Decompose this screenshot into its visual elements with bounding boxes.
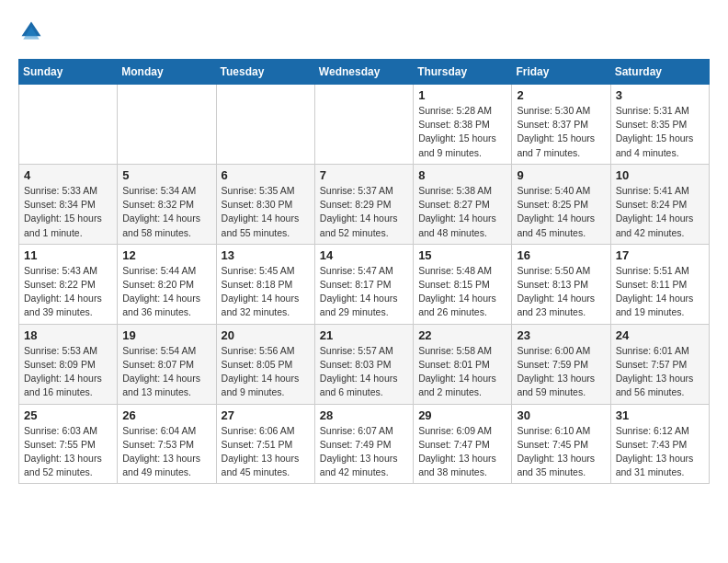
- day-info: Sunrise: 5:40 AM Sunset: 8:25 PM Dayligh…: [517, 184, 605, 240]
- day-info: Sunrise: 5:34 AM Sunset: 8:32 PM Dayligh…: [122, 184, 210, 240]
- day-cell: 19Sunrise: 5:54 AM Sunset: 8:07 PM Dayli…: [118, 324, 216, 404]
- day-cell: [216, 85, 314, 165]
- day-cell: 30Sunrise: 6:10 AM Sunset: 7:45 PM Dayli…: [512, 404, 610, 484]
- day-number: 3: [616, 88, 704, 102]
- day-cell: [19, 85, 118, 165]
- day-cell: 28Sunrise: 6:07 AM Sunset: 7:49 PM Dayli…: [314, 404, 413, 484]
- day-info: Sunrise: 6:12 AM Sunset: 7:43 PM Dayligh…: [616, 424, 704, 480]
- day-number: 9: [517, 168, 605, 182]
- week-row-5: 25Sunrise: 6:03 AM Sunset: 7:55 PM Dayli…: [19, 404, 710, 484]
- day-cell: 31Sunrise: 6:12 AM Sunset: 7:43 PM Dayli…: [610, 404, 709, 484]
- header-cell-wednesday: Wednesday: [314, 60, 413, 85]
- day-number: 27: [222, 408, 310, 422]
- day-number: 7: [320, 168, 408, 182]
- day-info: Sunrise: 5:38 AM Sunset: 8:27 PM Dayligh…: [418, 184, 506, 240]
- day-info: Sunrise: 5:43 AM Sunset: 8:22 PM Dayligh…: [24, 264, 112, 320]
- day-number: 15: [418, 248, 506, 262]
- day-number: 10: [616, 168, 704, 182]
- day-info: Sunrise: 5:35 AM Sunset: 8:30 PM Dayligh…: [222, 184, 310, 240]
- day-info: Sunrise: 6:04 AM Sunset: 7:53 PM Dayligh…: [122, 424, 210, 480]
- day-number: 2: [517, 88, 605, 102]
- day-cell: 11Sunrise: 5:43 AM Sunset: 8:22 PM Dayli…: [19, 244, 118, 324]
- logo: [18, 18, 48, 44]
- day-cell: 2Sunrise: 5:30 AM Sunset: 8:37 PM Daylig…: [512, 85, 610, 165]
- day-info: Sunrise: 5:33 AM Sunset: 8:34 PM Dayligh…: [24, 184, 112, 240]
- day-info: Sunrise: 5:31 AM Sunset: 8:35 PM Dayligh…: [616, 104, 704, 160]
- header-cell-thursday: Thursday: [414, 60, 512, 85]
- day-cell: 7Sunrise: 5:37 AM Sunset: 8:29 PM Daylig…: [314, 164, 413, 244]
- day-info: Sunrise: 5:50 AM Sunset: 8:13 PM Dayligh…: [517, 264, 605, 320]
- day-cell: 24Sunrise: 6:01 AM Sunset: 7:57 PM Dayli…: [610, 324, 709, 404]
- day-number: 18: [24, 328, 112, 342]
- day-number: 20: [222, 328, 310, 342]
- day-cell: 18Sunrise: 5:53 AM Sunset: 8:09 PM Dayli…: [19, 324, 118, 404]
- day-cell: 27Sunrise: 6:06 AM Sunset: 7:51 PM Dayli…: [216, 404, 314, 484]
- day-info: Sunrise: 5:30 AM Sunset: 8:37 PM Dayligh…: [517, 104, 605, 160]
- day-number: 5: [122, 168, 210, 182]
- week-row-4: 18Sunrise: 5:53 AM Sunset: 8:09 PM Dayli…: [19, 324, 710, 404]
- day-cell: 6Sunrise: 5:35 AM Sunset: 8:30 PM Daylig…: [216, 164, 314, 244]
- day-cell: 29Sunrise: 6:09 AM Sunset: 7:47 PM Dayli…: [414, 404, 512, 484]
- header-cell-tuesday: Tuesday: [216, 60, 314, 85]
- day-number: 14: [320, 248, 408, 262]
- day-number: 16: [517, 248, 605, 262]
- day-info: Sunrise: 5:57 AM Sunset: 8:03 PM Dayligh…: [320, 344, 408, 400]
- day-number: 25: [24, 408, 112, 422]
- day-info: Sunrise: 5:56 AM Sunset: 8:05 PM Dayligh…: [222, 344, 310, 400]
- day-number: 31: [616, 408, 704, 422]
- day-number: 28: [320, 408, 408, 422]
- day-cell: 3Sunrise: 5:31 AM Sunset: 8:35 PM Daylig…: [610, 85, 709, 165]
- day-info: Sunrise: 5:51 AM Sunset: 8:11 PM Dayligh…: [616, 264, 704, 320]
- day-cell: 13Sunrise: 5:45 AM Sunset: 8:18 PM Dayli…: [216, 244, 314, 324]
- day-cell: 1Sunrise: 5:28 AM Sunset: 8:38 PM Daylig…: [414, 85, 512, 165]
- day-info: Sunrise: 5:37 AM Sunset: 8:29 PM Dayligh…: [320, 184, 408, 240]
- day-cell: 21Sunrise: 5:57 AM Sunset: 8:03 PM Dayli…: [314, 324, 413, 404]
- logo-icon: [18, 18, 44, 44]
- day-number: 1: [418, 88, 506, 102]
- day-number: 22: [418, 328, 506, 342]
- day-cell: 9Sunrise: 5:40 AM Sunset: 8:25 PM Daylig…: [512, 164, 610, 244]
- week-row-1: 1Sunrise: 5:28 AM Sunset: 8:38 PM Daylig…: [19, 85, 710, 165]
- day-number: 8: [418, 168, 506, 182]
- day-cell: 23Sunrise: 6:00 AM Sunset: 7:59 PM Dayli…: [512, 324, 610, 404]
- calendar-table: SundayMondayTuesdayWednesdayThursdayFrid…: [18, 59, 710, 484]
- day-number: 19: [122, 328, 210, 342]
- day-cell: 4Sunrise: 5:33 AM Sunset: 8:34 PM Daylig…: [19, 164, 118, 244]
- day-info: Sunrise: 5:58 AM Sunset: 8:01 PM Dayligh…: [418, 344, 506, 400]
- day-cell: 12Sunrise: 5:44 AM Sunset: 8:20 PM Dayli…: [118, 244, 216, 324]
- day-cell: 17Sunrise: 5:51 AM Sunset: 8:11 PM Dayli…: [610, 244, 709, 324]
- day-info: Sunrise: 6:07 AM Sunset: 7:49 PM Dayligh…: [320, 424, 408, 480]
- day-cell: 25Sunrise: 6:03 AM Sunset: 7:55 PM Dayli…: [19, 404, 118, 484]
- page-header: [18, 18, 710, 44]
- day-number: 12: [122, 248, 210, 262]
- day-cell: [314, 85, 413, 165]
- day-number: 29: [418, 408, 506, 422]
- day-cell: 16Sunrise: 5:50 AM Sunset: 8:13 PM Dayli…: [512, 244, 610, 324]
- day-number: 17: [616, 248, 704, 262]
- day-number: 6: [222, 168, 310, 182]
- day-info: Sunrise: 5:53 AM Sunset: 8:09 PM Dayligh…: [24, 344, 112, 400]
- week-row-2: 4Sunrise: 5:33 AM Sunset: 8:34 PM Daylig…: [19, 164, 710, 244]
- day-number: 4: [24, 168, 112, 182]
- day-number: 26: [122, 408, 210, 422]
- header-row: SundayMondayTuesdayWednesdayThursdayFrid…: [19, 60, 710, 85]
- day-number: 24: [616, 328, 704, 342]
- day-number: 21: [320, 328, 408, 342]
- day-cell: 15Sunrise: 5:48 AM Sunset: 8:15 PM Dayli…: [414, 244, 512, 324]
- day-info: Sunrise: 6:10 AM Sunset: 7:45 PM Dayligh…: [517, 424, 605, 480]
- day-number: 30: [517, 408, 605, 422]
- week-row-3: 11Sunrise: 5:43 AM Sunset: 8:22 PM Dayli…: [19, 244, 710, 324]
- day-cell: [118, 85, 216, 165]
- day-number: 23: [517, 328, 605, 342]
- day-info: Sunrise: 6:03 AM Sunset: 7:55 PM Dayligh…: [24, 424, 112, 480]
- day-cell: 10Sunrise: 5:41 AM Sunset: 8:24 PM Dayli…: [610, 164, 709, 244]
- day-info: Sunrise: 6:00 AM Sunset: 7:59 PM Dayligh…: [517, 344, 605, 400]
- header-cell-friday: Friday: [512, 60, 610, 85]
- day-info: Sunrise: 5:28 AM Sunset: 8:38 PM Dayligh…: [418, 104, 506, 160]
- day-cell: 20Sunrise: 5:56 AM Sunset: 8:05 PM Dayli…: [216, 324, 314, 404]
- day-info: Sunrise: 5:48 AM Sunset: 8:15 PM Dayligh…: [418, 264, 506, 320]
- day-number: 13: [222, 248, 310, 262]
- day-info: Sunrise: 5:41 AM Sunset: 8:24 PM Dayligh…: [616, 184, 704, 240]
- day-number: 11: [24, 248, 112, 262]
- day-info: Sunrise: 6:06 AM Sunset: 7:51 PM Dayligh…: [222, 424, 310, 480]
